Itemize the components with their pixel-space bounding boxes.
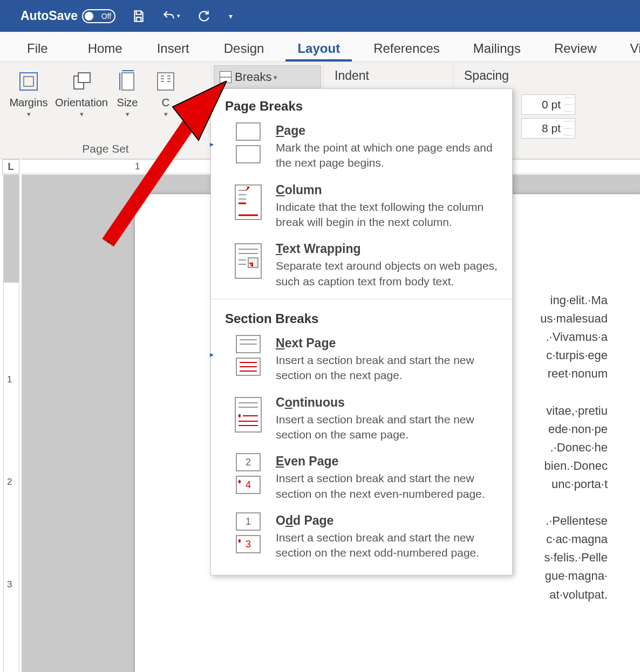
page-desc: Mark the point at which one page ends an… — [276, 140, 502, 171]
breaks-icon — [220, 71, 232, 83]
qat-customize-icon[interactable]: ▾ — [229, 12, 233, 20]
tab-insert[interactable]: Insert — [145, 35, 201, 61]
breaks-text-wrapping-item[interactable]: Text Wrapping Separate text around objec… — [211, 237, 512, 297]
selection-chevron-icon: ▸ — [210, 350, 214, 359]
breaks-next-page-item[interactable]: ▸ Next Page Insert a section break and s… — [211, 332, 512, 391]
page-breaks-heading: Page Breaks — [211, 89, 512, 119]
column-break-icon — [233, 183, 264, 222]
continuous-title: Continuous — [276, 395, 502, 410]
next-page-icon — [233, 336, 264, 375]
selection-chevron-icon: ▸ — [210, 140, 214, 148]
chevron-down-icon: ▾ — [27, 110, 31, 118]
svg-text:4: 4 — [246, 479, 251, 490]
continuous-desc: Insert a section break and start the new… — [276, 412, 502, 443]
svg-rect-12 — [236, 123, 260, 140]
spacing-before-input[interactable]: 0 pt — [521, 94, 575, 115]
autosave-toggle[interactable]: Off — [82, 9, 115, 23]
chevron-down-icon: ▾ — [274, 73, 277, 81]
svg-rect-4 — [122, 73, 134, 90]
breaks-button[interactable]: Breaks ▾ — [214, 65, 321, 89]
breaks-even-page-item[interactable]: 24 Even Page Insert a section break and … — [211, 450, 512, 509]
column-title: Column — [276, 183, 502, 197]
breaks-label: Breaks — [235, 70, 271, 84]
breaks-dropdown-menu: Page Breaks ▸ Page Mark the point at whi… — [210, 88, 513, 575]
spacing-heading: Spacing — [455, 65, 516, 83]
ribbon-tabs: File Home Insert Design Layout Reference… — [0, 32, 640, 62]
indent-heading: Indent — [326, 65, 451, 83]
text-wrapping-desc: Separate text around objects on web page… — [276, 258, 502, 289]
group-page-setup-label: Page Set — [82, 142, 128, 155]
tab-design[interactable]: Design — [212, 35, 276, 61]
tab-review[interactable]: Review — [542, 35, 609, 61]
autosave-label: AutoSave — [21, 9, 78, 23]
save-icon[interactable] — [130, 7, 148, 25]
breaks-column-item[interactable]: Column Indicate that the text following … — [211, 179, 512, 238]
menu-separator — [211, 299, 512, 299]
orientation-icon — [70, 70, 93, 93]
section-breaks-heading: Section Breaks — [211, 301, 512, 332]
size-button[interactable]: Size ▾ — [108, 65, 147, 118]
columns-icon — [154, 70, 178, 93]
chevron-down-icon: ▾ — [164, 110, 168, 118]
column-desc: Indicate that the text following the col… — [276, 200, 502, 230]
tab-home[interactable]: Home — [76, 35, 134, 61]
margins-icon — [17, 70, 40, 93]
tab-references[interactable]: References — [362, 35, 452, 61]
even-page-desc: Insert a section break and start the new… — [276, 471, 502, 502]
chevron-down-icon: ▾ — [126, 110, 130, 118]
odd-page-title: Odd Page — [276, 513, 502, 528]
breaks-odd-page-item[interactable]: 13 Odd Page Insert a section break and s… — [211, 509, 512, 568]
size-icon — [115, 70, 139, 93]
tab-mailings[interactable]: Mailings — [461, 35, 533, 61]
continuous-icon — [233, 395, 264, 434]
orientation-button[interactable]: Orientation ▾ — [55, 65, 108, 118]
margins-label: Margins — [9, 97, 47, 109]
even-page-icon: 24 — [233, 454, 264, 493]
spacing-after-input[interactable]: 8 pt — [521, 118, 575, 139]
tab-layout[interactable]: Layout — [285, 35, 352, 61]
breaks-continuous-item[interactable]: Continuous Insert a section break and st… — [211, 391, 512, 450]
tab-view[interactable]: View — [618, 35, 640, 61]
ruler-tab-selector[interactable]: L — [2, 159, 19, 174]
tab-file[interactable]: File — [15, 35, 60, 61]
text-wrapping-icon — [233, 242, 264, 280]
undo-icon[interactable]: ▾ — [162, 7, 180, 25]
orientation-label: Orientation — [55, 97, 108, 109]
next-page-title: Next Page — [276, 336, 502, 351]
next-page-desc: Insert a section break and start the new… — [276, 353, 502, 383]
svg-text:3: 3 — [246, 539, 251, 550]
svg-rect-3 — [78, 73, 90, 83]
columns-button[interactable]: C ▾ — [147, 65, 185, 118]
chevron-down-icon: ▾ — [80, 110, 84, 118]
size-label: Size — [117, 97, 138, 109]
odd-page-icon: 13 — [233, 513, 264, 552]
autosave-state: Off — [101, 12, 111, 20]
text-wrapping-title: Text Wrapping — [276, 242, 502, 256]
redo-icon[interactable] — [194, 7, 213, 25]
page-break-icon — [233, 124, 264, 162]
breaks-page-item[interactable]: ▸ Page Mark the point at which one page … — [211, 119, 512, 179]
svg-rect-5 — [158, 73, 174, 90]
vertical-ruler[interactable]: 1 2 3 — [3, 175, 19, 672]
svg-text:1: 1 — [246, 516, 251, 527]
svg-rect-1 — [24, 77, 33, 86]
titlebar: AutoSave Off ▾ ▾ — [0, 0, 640, 32]
svg-text:2: 2 — [246, 457, 251, 468]
margins-button[interactable]: Margins ▾ — [2, 65, 55, 118]
columns-label: C — [162, 97, 169, 109]
page-title: Page — [276, 124, 502, 138]
svg-rect-0 — [20, 73, 37, 90]
even-page-title: Even Page — [276, 454, 502, 469]
svg-rect-13 — [236, 146, 260, 163]
odd-page-desc: Insert a section break and start the new… — [276, 530, 502, 561]
